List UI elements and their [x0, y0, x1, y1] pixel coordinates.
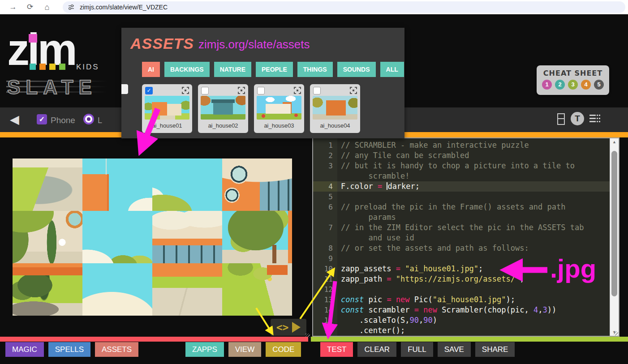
preview-bottom-bar — [0, 337, 308, 342]
asset-thumbnail[interactable] — [313, 96, 357, 120]
puzzle-tile[interactable] — [222, 263, 292, 316]
save-button[interactable]: SAVE — [438, 342, 471, 357]
forward-icon[interactable]: → — [7, 1, 19, 13]
share-button[interactable]: SHARE — [475, 342, 515, 357]
test-button[interactable]: TEST — [320, 342, 353, 357]
cheat-badge-4[interactable]: 4 — [581, 80, 591, 90]
puzzle-tile[interactable] — [222, 211, 292, 263]
asset-thumbnail[interactable] — [257, 96, 301, 120]
browser-chrome: → ⟳ ⌂ zimjs.com/slate/view/E_VDZEC — [0, 0, 628, 14]
clear-button[interactable]: CLEAR — [357, 342, 396, 357]
expand-icon[interactable] — [294, 87, 301, 94]
right-button-group: TESTCLEARFULLSAVESHARE — [320, 342, 515, 357]
asset-card-ai_house02[interactable]: ai_house02 — [198, 84, 248, 133]
puzzle-tile[interactable] — [152, 211, 222, 263]
code-editor[interactable]: 1// SCRAMBLER - make an interactive puzz… — [312, 137, 619, 337]
asset-card-ai_house03[interactable]: ai_house03 — [254, 84, 304, 133]
assets-tabs: AIBACKINGSNATUREPEOPLETHINGSSOUNDSALL — [142, 62, 404, 77]
magic-button[interactable]: MAGIC — [5, 342, 44, 357]
assets-panel-url[interactable]: zimjs.org/slate/assets — [198, 38, 310, 51]
code-line: 14const scrambler = new Scrambler(chop(p… — [313, 305, 610, 315]
asset-card-ai_house01[interactable]: ✓ai_house01 — [142, 84, 192, 133]
editor-scrollbar[interactable]: ▲ ▼ — [610, 138, 619, 336]
list-icon[interactable] — [589, 115, 600, 122]
back-icon[interactable]: ◀ — [10, 113, 19, 126]
assets-tab-backings[interactable]: BACKINGS — [164, 62, 210, 77]
home-icon[interactable]: ⌂ — [41, 1, 53, 13]
code-line: and use id — [313, 233, 610, 243]
scroll-up-icon[interactable]: ▲ — [610, 140, 619, 144]
asset-thumbnail[interactable] — [201, 96, 245, 120]
left-button-group: MAGICSPELLSASSETS — [5, 342, 138, 357]
assets-tab-all[interactable]: ALL — [380, 62, 404, 77]
partial-card-chip — [121, 84, 128, 94]
assets-tab-sounds[interactable]: SOUNDS — [337, 62, 376, 77]
assets-tab-ai[interactable]: AI — [142, 62, 160, 77]
l-radio[interactable] — [83, 114, 94, 124]
code-line: 16 .center(); — [313, 325, 610, 336]
slate-logo: SLATE — [6, 76, 109, 98]
expand-icon[interactable] — [238, 87, 245, 94]
assets-tab-things[interactable]: THINGS — [297, 62, 333, 77]
code-line: 2// any Tile can be scrambled — [313, 150, 610, 161]
asset-checkbox[interactable] — [201, 87, 209, 94]
assets-panel: ASSETS zimjs.org/slate/assets AIBACKINGS… — [121, 28, 404, 138]
slate-text: SLATE — [7, 76, 97, 98]
logo-teal-square — [30, 64, 36, 70]
text-tool-icon[interactable]: T — [571, 112, 584, 125]
puzzle-tile[interactable] — [82, 263, 152, 316]
expand-icon[interactable] — [182, 87, 189, 94]
jpg-annotation-label: .jpg — [550, 253, 596, 283]
asset-label: ai_house03 — [254, 122, 304, 129]
assets-tab-nature[interactable]: NATURE — [214, 62, 251, 77]
asset-label: ai_house01 — [142, 122, 192, 129]
code-run-toggle[interactable]: <> — [271, 319, 306, 336]
url-text[interactable]: zimjs.com/slate/view/E_VDZEC — [80, 4, 168, 11]
assets-cards: ✓ai_house01ai_house02ai_house03ai_house0… — [142, 84, 360, 133]
l-label: L — [98, 116, 102, 125]
full-button[interactable]: FULL — [401, 342, 433, 357]
puzzle-tile[interactable] — [13, 158, 82, 211]
puzzle-tile[interactable] — [82, 211, 152, 263]
assets-tab-people[interactable]: PEOPLE — [256, 62, 293, 77]
view-button[interactable]: VIEW — [228, 342, 261, 357]
resize-handle[interactable] — [614, 331, 618, 335]
assets-panel-title: ASSETS — [130, 35, 194, 52]
code-line: params — [313, 212, 610, 223]
puzzle-tile[interactable] — [13, 263, 82, 316]
code-line: 5 — [313, 192, 610, 202]
asset-checkbox[interactable] — [313, 87, 321, 94]
tune-icon[interactable] — [68, 4, 75, 11]
puzzle-tile[interactable] — [152, 158, 222, 211]
play-icon[interactable] — [292, 322, 301, 333]
asset-label: ai_house02 — [198, 122, 248, 129]
puzzle-tile[interactable] — [222, 158, 292, 211]
cheat-badge-5[interactable]: 5 — [594, 80, 604, 90]
asset-checkbox[interactable]: ✓ — [145, 87, 153, 94]
assets-button[interactable]: ASSETS — [95, 342, 138, 357]
puzzle-tile[interactable] — [13, 211, 82, 263]
spells-button[interactable]: SPELLS — [48, 342, 90, 357]
phone-checkbox[interactable]: ✓ — [37, 114, 47, 124]
cheat-badge-2[interactable]: 2 — [555, 80, 565, 90]
cheat-badge-3[interactable]: 3 — [568, 80, 578, 90]
reload-icon[interactable]: ⟳ — [24, 1, 36, 13]
code-line: 7// in the ZIM Editor select the pic in … — [313, 223, 610, 233]
code-button[interactable]: CODE — [266, 342, 301, 357]
asset-checkbox[interactable] — [257, 87, 265, 94]
puzzle-tile[interactable] — [152, 263, 222, 316]
cheat-badge-1[interactable]: 1 — [542, 80, 552, 90]
code-glyph[interactable]: <> — [276, 321, 289, 333]
url-bar[interactable]: zimjs.com/slate/view/E_VDZEC — [63, 1, 625, 13]
code-line: 1// SCRAMBLER - make an interactive puzz… — [313, 140, 610, 150]
puzzle-tile[interactable] — [82, 158, 152, 211]
logo-green-square — [59, 64, 65, 70]
expand-icon[interactable] — [350, 87, 357, 94]
scrollbar-thumb[interactable] — [611, 151, 617, 296]
split-layout-icon[interactable] — [557, 113, 565, 125]
code-line: 12 — [313, 284, 610, 295]
asset-thumbnail[interactable] — [145, 96, 189, 120]
asset-label: ai_house04 — [310, 122, 360, 129]
asset-card-ai_house04[interactable]: ai_house04 — [310, 84, 360, 133]
zapps-button[interactable]: ZAPPS — [185, 342, 224, 357]
